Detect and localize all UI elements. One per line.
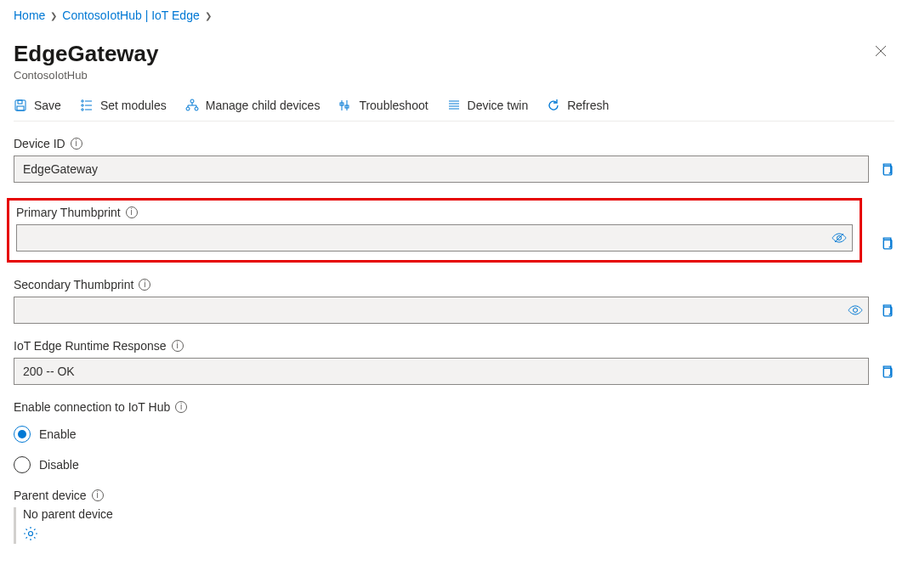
primary-thumbprint-highlight: Primary Thumbprint i <box>7 198 862 263</box>
reveal-secondary-thumbprint-button[interactable] <box>848 302 863 318</box>
set-modules-label: Set modules <box>100 99 167 112</box>
info-icon[interactable]: i <box>126 206 138 218</box>
device-id-field[interactable]: EdgeGateway <box>14 155 869 183</box>
copy-secondary-thumbprint-button[interactable] <box>879 302 894 318</box>
device-id-value: EdgeGateway <box>23 162 98 176</box>
secondary-thumbprint-label: Secondary Thumbprint <box>14 278 133 291</box>
device-id-label: Device ID <box>14 137 65 150</box>
secondary-thumbprint-field[interactable] <box>14 297 869 324</box>
info-icon[interactable]: i <box>175 401 187 413</box>
set-modules-button[interactable]: Set modules <box>80 99 167 112</box>
save-label: Save <box>34 99 61 112</box>
svg-rect-3 <box>18 100 22 104</box>
svg-point-6 <box>82 105 83 106</box>
copy-device-id-button[interactable] <box>879 161 894 177</box>
radio-disable-label: Disable <box>39 458 79 472</box>
page-subtitle: ContosoIotHub <box>14 69 159 82</box>
page-title: EdgeGateway <box>14 41 159 67</box>
radio-enable-label: Enable <box>39 427 77 441</box>
info-icon[interactable]: i <box>139 279 150 291</box>
manage-child-label: Manage child devices <box>206 99 321 112</box>
refresh-label: Refresh <box>567 99 609 112</box>
manage-child-devices-button[interactable]: Manage child devices <box>185 99 321 112</box>
svg-point-14 <box>186 107 190 110</box>
chevron-right-icon: ❯ <box>50 11 57 20</box>
svg-point-7 <box>82 109 83 110</box>
info-icon[interactable]: i <box>92 489 104 501</box>
svg-point-11 <box>190 99 194 103</box>
parent-device-value: No parent device <box>23 507 894 521</box>
breadcrumb: Home ❯ ContosoIotHub | IoT Edge ❯ <box>14 8 894 34</box>
save-button[interactable]: Save <box>14 99 61 112</box>
primary-thumbprint-field[interactable] <box>16 224 853 252</box>
close-button[interactable] <box>867 41 894 65</box>
radio-disable[interactable]: Disable <box>14 456 894 473</box>
radio-icon <box>14 426 31 443</box>
parent-device-settings-button[interactable] <box>23 526 38 541</box>
reveal-primary-thumbprint-button[interactable] <box>831 230 847 246</box>
chevron-right-icon: ❯ <box>205 11 212 20</box>
runtime-response-field[interactable]: 200 -- OK <box>14 358 869 385</box>
svg-point-33 <box>29 532 33 536</box>
svg-point-30 <box>854 308 858 313</box>
info-icon[interactable]: i <box>71 138 82 150</box>
primary-thumbprint-label: Primary Thumbprint <box>16 206 121 219</box>
svg-line-28 <box>835 234 843 242</box>
device-twin-button[interactable]: Device twin <box>447 99 529 112</box>
runtime-response-value: 200 -- OK <box>23 365 75 378</box>
parent-device-label: Parent device <box>14 489 87 502</box>
enable-connection-label: Enable connection to IoT Hub <box>14 400 170 414</box>
troubleshoot-button[interactable]: Troubleshoot <box>338 99 428 112</box>
copy-primary-thumbprint-button[interactable] <box>879 235 894 251</box>
radio-enable[interactable]: Enable <box>14 426 894 443</box>
runtime-response-label: IoT Edge Runtime Response <box>14 339 167 353</box>
refresh-button[interactable]: Refresh <box>547 99 609 112</box>
device-twin-label: Device twin <box>468 99 529 112</box>
svg-point-15 <box>195 107 198 110</box>
toolbar: Save Set modules Manage child devices Tr… <box>14 93 894 122</box>
info-icon[interactable]: i <box>172 340 184 352</box>
breadcrumb-hub[interactable]: ContosoIotHub | IoT Edge <box>62 8 199 22</box>
troubleshoot-label: Troubleshoot <box>359 99 428 112</box>
svg-rect-4 <box>17 106 24 110</box>
svg-point-5 <box>82 100 83 102</box>
breadcrumb-home[interactable]: Home <box>14 8 45 22</box>
copy-runtime-response-button[interactable] <box>879 364 894 379</box>
radio-icon <box>14 456 31 473</box>
